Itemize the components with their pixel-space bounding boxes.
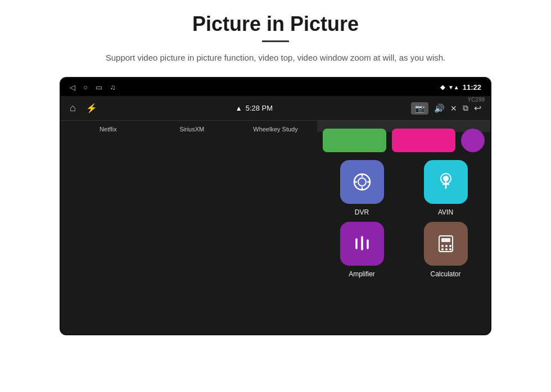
watermark: YC299 [467, 97, 485, 103]
app-toolbar: ⌂ ⚡ ▲ 5:28 PM 📷 🔊 ✕ ⧉ ↩ [61, 96, 490, 121]
app-cell-avin[interactable]: AVIN [407, 160, 485, 216]
svg-point-15 [441, 245, 444, 247]
music-nav-icon[interactable]: ♫ [110, 83, 116, 92]
calculator-icon [424, 222, 468, 266]
app-cell-calculator[interactable]: Calculator [407, 222, 485, 278]
top-app-green[interactable] [323, 129, 386, 152]
dvr-label: DVR [355, 208, 369, 216]
home-nav-icon[interactable]: ○ [83, 83, 88, 92]
camera-toolbar-btn[interactable]: 📷 [411, 102, 428, 115]
wifi-toolbar-icon: ▲ [236, 104, 242, 112]
dvr-icon [340, 160, 384, 204]
toolbar-left: ⌂ ⚡ [70, 102, 97, 114]
pip-toolbar-icon[interactable]: ⧉ [463, 103, 468, 113]
app-cell-dvr[interactable]: DVR [323, 160, 401, 216]
svg-point-20 [449, 248, 451, 250]
status-time: 11:22 [463, 83, 481, 92]
amplifier-label: Amplifier [349, 270, 375, 278]
avin-icon [424, 160, 468, 204]
title-divider [262, 40, 289, 42]
usb-icon: ⚡ [86, 103, 97, 113]
device-frame: ◁ ○ ▭ ♫ ◆ ▼▲ 11:22 ⌂ ⚡ ▲ 5:28 PM 📷 [60, 77, 491, 335]
toolbar-right: 📷 🔊 ✕ ⧉ ↩ [411, 102, 481, 115]
location-icon: ◆ [440, 84, 445, 91]
status-bar-info: ◆ ▼▲ 11:22 [440, 83, 481, 92]
svg-point-18 [441, 248, 444, 250]
volume-toolbar-icon[interactable]: 🔊 [434, 103, 445, 113]
home-icon[interactable]: ⌂ [70, 102, 76, 114]
status-bar-nav: ◁ ○ ▭ ♫ [70, 83, 116, 92]
bottom-label-netflix: Netflix [66, 126, 150, 133]
bottom-label-wheelkey: Wheelkey Study [234, 126, 318, 133]
top-apps-row [323, 126, 485, 154]
top-app-pink[interactable] [392, 129, 455, 152]
page-subtitle: Support video picture in picture functio… [106, 51, 445, 65]
app-cell-amplifier[interactable]: Amplifier [323, 222, 401, 278]
svg-rect-14 [441, 238, 450, 242]
close-toolbar-icon[interactable]: ✕ [450, 104, 457, 113]
avin-label: AVIN [438, 208, 453, 216]
svg-point-16 [445, 245, 448, 247]
svg-point-6 [443, 176, 449, 181]
amplifier-icon [340, 222, 384, 266]
recent-nav-icon[interactable]: ▭ [96, 83, 102, 92]
svg-point-1 [358, 178, 366, 186]
bottom-label-siriusxm: SiriusXM [150, 126, 234, 133]
back-nav-icon[interactable]: ◁ [70, 83, 75, 92]
page-container: Picture in Picture Support video picture… [0, 0, 551, 392]
undo-toolbar-icon[interactable]: ↩ [474, 103, 481, 113]
toolbar-time: 5:28 PM [246, 104, 273, 112]
svg-point-19 [445, 248, 448, 250]
toolbar-center: ▲ 5:28 PM [236, 104, 273, 112]
top-app-purple[interactable] [461, 129, 485, 152]
wifi-signal-icon: ▼▲ [448, 84, 459, 90]
svg-point-17 [449, 245, 451, 247]
page-title: Picture in Picture [192, 12, 359, 36]
calculator-label: Calculator [430, 270, 460, 278]
app-grid: DVR AVIN [317, 121, 490, 132]
status-bar: ◁ ○ ▭ ♫ ◆ ▼▲ 11:22 [61, 78, 490, 96]
